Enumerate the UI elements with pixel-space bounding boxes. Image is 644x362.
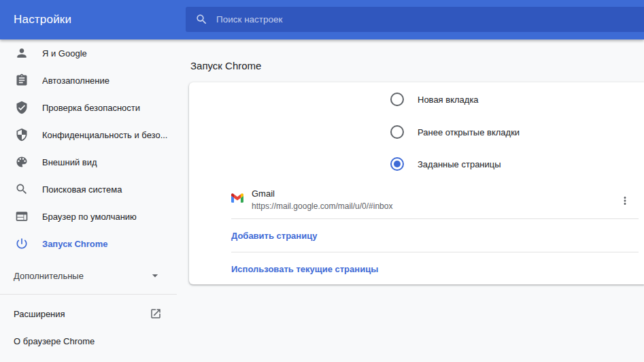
- radio-option-continue[interactable]: Ранее открытые вкладки: [189, 116, 644, 148]
- startup-page-row: Gmail https://mail.google.com/mail/u/0/#…: [189, 183, 644, 218]
- person-icon: [15, 46, 29, 60]
- power-icon: [15, 237, 29, 250]
- search-icon: [15, 182, 29, 196]
- sidebar-item-appearance[interactable]: Внешний вид: [0, 148, 177, 176]
- add-page-label: Добавить страницу: [231, 231, 317, 241]
- shield-check-icon: [15, 101, 29, 114]
- sidebar-item-label: Внешний вид: [42, 157, 97, 167]
- open-in-new-icon: [150, 308, 162, 320]
- search-icon: [195, 13, 208, 26]
- sidebar-item-label: Поисковая система: [42, 184, 122, 195]
- radio-button[interactable]: [390, 125, 404, 139]
- startup-page-name: Gmail: [252, 188, 275, 199]
- radio-button-selected[interactable]: [390, 157, 404, 171]
- radio-option-label: Ранее открытые вкладки: [418, 127, 520, 137]
- sidebar-item-on-startup[interactable]: Запуск Chrome: [0, 230, 177, 257]
- sidebar-item-search-engine[interactable]: Поисковая система: [0, 176, 177, 203]
- sidebar-item-default-browser[interactable]: Браузер по умолчанию: [0, 203, 177, 230]
- sidebar-item-label: Конфиденциальность и безо...: [42, 130, 167, 140]
- radio-option-new-tab[interactable]: Новая вкладка: [189, 83, 644, 116]
- radio-option-label: Заданные страницы: [418, 159, 501, 169]
- use-current-label: Использовать текущие страницы: [231, 264, 378, 274]
- gmail-icon: [231, 192, 243, 204]
- radio-button[interactable]: [390, 93, 404, 106]
- chevron-down-icon: [148, 269, 162, 282]
- security-shield-icon: [15, 128, 29, 142]
- advanced-label: Дополнительные: [14, 271, 84, 281]
- page-title: Настройки: [14, 0, 71, 39]
- sidebar-item-advanced[interactable]: Дополнительные: [0, 260, 177, 291]
- sidebar-item-you-and-google[interactable]: Я и Google: [0, 39, 177, 67]
- sidebar-item-safety-check[interactable]: Проверка безопасности: [0, 94, 177, 121]
- sidebar-divider: [0, 294, 177, 295]
- autofill-clipboard-icon: [15, 73, 29, 87]
- search-input[interactable]: [216, 14, 488, 24]
- startup-page-url: https://mail.google.com/mail/u/0/#inbox: [252, 201, 392, 211]
- sidebar-item-label: Браузер по умолчанию: [42, 212, 137, 222]
- browser-icon: [15, 210, 29, 223]
- sidebar-item-label: Автозаполнение: [42, 76, 109, 86]
- radio-option-label: Новая вкладка: [418, 95, 479, 105]
- more-options-button[interactable]: [615, 191, 634, 210]
- settings-search-box[interactable]: [186, 7, 644, 32]
- sidebar-item-label: Я и Google: [42, 48, 87, 59]
- about-label: О браузере Chrome: [14, 336, 95, 346]
- more-vert-icon: [619, 195, 631, 207]
- sidebar-item-autofill[interactable]: Автозаполнение: [0, 67, 177, 94]
- radio-option-specific-pages[interactable]: Заданные страницы: [189, 148, 644, 180]
- add-page-button[interactable]: Добавить страницу: [189, 219, 644, 252]
- section-title: Запуск Chrome: [190, 60, 261, 71]
- palette-icon: [15, 155, 29, 169]
- settings-sidebar: Я и Google Автозаполнение Проверка безоп…: [0, 39, 177, 362]
- sidebar-item-label: Запуск Chrome: [42, 239, 108, 249]
- on-startup-card: Новая вкладка Ранее открытые вкладки Зад…: [189, 82, 644, 284]
- sidebar-item-privacy[interactable]: Конфиденциальность и безо...: [0, 121, 177, 148]
- sidebar-item-label: Проверка безопасности: [42, 103, 140, 113]
- extensions-label: Расширения: [14, 309, 65, 319]
- sidebar-item-extensions[interactable]: Расширения: [0, 300, 177, 327]
- sidebar-item-about-chrome[interactable]: О браузере Chrome: [0, 327, 177, 355]
- header-bar: Настройки: [0, 0, 644, 39]
- use-current-pages-button[interactable]: Использовать текущие страницы: [189, 252, 644, 285]
